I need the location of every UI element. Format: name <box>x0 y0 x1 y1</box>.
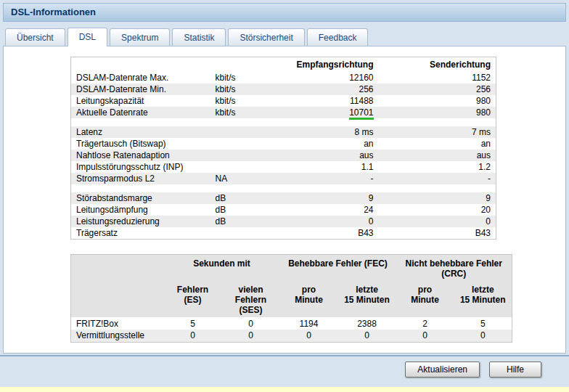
error-table-sub-header-row: Fehlern (ES) vielen Fehlern (SES) pro Mi… <box>71 281 512 317</box>
value-empfang: aus <box>287 150 379 161</box>
table-row: FRITZ!Box 5 0 1194 2388 2 5 <box>71 317 512 330</box>
dsl-table-header-row: Empfangsrichtung Senderichtung <box>71 57 496 73</box>
row-unit: dB <box>210 192 287 204</box>
empty-header-cell <box>210 57 287 73</box>
table-row: DSLAM-Datenrate Max. kbit/s 12160 1152 <box>71 72 496 83</box>
row-label: Leitungsdämpfung <box>71 204 210 216</box>
error-statistics-table: Sekunden mit Behebbare Fehler (FEC) Nich… <box>70 254 512 343</box>
row-unit: kbit/s <box>210 95 287 107</box>
row-label: Nahtlose Ratenadaption <box>71 150 210 161</box>
row-unit: kbit/s <box>210 83 287 95</box>
help-button[interactable]: Hilfe <box>489 362 541 377</box>
value-empfang: an <box>287 138 379 150</box>
value-senden: 9 <box>379 192 496 204</box>
sub-header-fec-15min: letzte 15 Minuten <box>338 281 396 317</box>
content-panel: Empfangsrichtung Senderichtung DSLAM-Dat… <box>3 46 566 354</box>
tab-dsl[interactable]: DSL <box>67 28 107 46</box>
row-label: DSLAM-Datenrate Max. <box>71 72 210 83</box>
value-empfang: 12160 <box>287 72 379 83</box>
cell-value: 0 <box>454 330 512 342</box>
row-label: Vermittlungsstelle <box>71 330 164 342</box>
cell-value: 0 <box>338 330 396 342</box>
sub-header-es: Fehlern (ES) <box>164 281 222 317</box>
row-unit: dB <box>210 216 287 227</box>
table-row: Leitungsdämpfung dB 24 20 <box>71 204 496 216</box>
value-senden: 1152 <box>379 72 496 83</box>
value-senden: 980 <box>379 107 496 118</box>
row-unit: kbit/s <box>210 72 287 83</box>
empty-header-cell <box>71 281 164 317</box>
table-row: Störabstandsmarge dB 9 9 <box>71 192 496 204</box>
refresh-button[interactable]: Aktualisieren <box>405 362 480 377</box>
row-unit <box>210 227 287 240</box>
sub-header-ses: vielen Fehlern (SES) <box>222 281 280 317</box>
cell-value: 2388 <box>338 317 396 330</box>
value-senden: 256 <box>379 83 496 95</box>
cell-value: 0 <box>222 317 280 330</box>
value-empfang-highlighted: 10701 <box>287 107 379 118</box>
cell-value: 0 <box>396 330 454 342</box>
row-label: Leistungsreduzierung <box>71 216 210 227</box>
sub-header-fec-pro-minute: pro Minute <box>280 281 338 317</box>
row-unit: NA <box>210 173 287 184</box>
value-senden: 20 <box>379 204 496 216</box>
row-label: DSLAM-Datenrate Min. <box>71 83 210 95</box>
tab-statistik[interactable]: Statistik <box>172 28 226 46</box>
empty-header-cell <box>71 57 210 73</box>
table-row: Nahtlose Ratenadaption aus aus <box>71 150 496 161</box>
button-bar: Aktualisieren Hilfe <box>0 356 569 377</box>
value-senden: 7 ms <box>379 126 496 138</box>
dsl-values-table: Empfangsrichtung Senderichtung DSLAM-Dat… <box>70 57 496 240</box>
row-label: FRITZ!Box <box>71 317 164 330</box>
cell-value: 2 <box>396 317 454 330</box>
value-empfang: B43 <box>287 227 379 240</box>
row-label: Trägertausch (Bitswap) <box>71 138 210 150</box>
error-table-group-header-row: Sekunden mit Behebbare Fehler (FEC) Nich… <box>71 255 512 282</box>
value-empfang: 24 <box>287 204 379 216</box>
table-row: Trägertausch (Bitswap) an an <box>71 138 496 150</box>
row-unit <box>210 161 287 173</box>
value-empfang: 8 ms <box>287 126 379 138</box>
value-empfang: 0 <box>287 216 379 227</box>
row-unit: dB <box>210 204 287 216</box>
table-row: Vermittlungsstelle 0 0 0 0 0 0 <box>71 330 512 342</box>
row-label: Leitungskapazität <box>71 95 210 107</box>
spacer-row <box>71 184 496 192</box>
tab-bar: Übersicht DSL Spektrum Statistik Störsic… <box>5 28 569 46</box>
row-label: Latenz <box>71 126 210 138</box>
value-empfang: 11488 <box>287 95 379 107</box>
value-empfang: 256 <box>287 83 379 95</box>
row-label: Impulsstörungsschutz (INP) <box>71 161 210 173</box>
table-row: Trägersatz B43 B43 <box>71 227 496 240</box>
table-row: Impulsstörungsschutz (INP) 1.1 1.2 <box>71 161 496 173</box>
tab-spektrum[interactable]: Spektrum <box>110 28 170 46</box>
column-header-empfangsrichtung: Empfangsrichtung <box>287 57 379 73</box>
group-header-crc: Nicht behebbare Fehler (CRC) <box>396 255 512 282</box>
value-senden: 980 <box>379 95 496 107</box>
table-row: Aktuelle Datenrate kbit/s 10701 980 <box>71 107 496 118</box>
table-row: DSLAM-Datenrate Min. kbit/s 256 256 <box>71 83 496 95</box>
row-unit <box>210 138 287 150</box>
value-senden: 0 <box>379 216 496 227</box>
tab-feedback[interactable]: Feedback <box>307 28 369 46</box>
tab-stoersicherheit[interactable]: Störsicherheit <box>228 28 304 46</box>
empty-header-cell <box>71 255 164 282</box>
value-empfang: 1.1 <box>287 161 379 173</box>
table-row: Leistungsreduzierung dB 0 0 <box>71 216 496 227</box>
cell-value: 0 <box>280 330 338 342</box>
tab-uebersicht[interactable]: Übersicht <box>5 28 65 46</box>
row-unit <box>210 150 287 161</box>
spacer-row <box>71 118 496 126</box>
row-unit: kbit/s <box>210 107 287 118</box>
cell-value: 1194 <box>280 317 338 330</box>
cell-value: 0 <box>164 330 222 342</box>
value-senden: aus <box>379 150 496 161</box>
cell-value: 5 <box>454 317 512 330</box>
cell-value: 5 <box>164 317 222 330</box>
row-unit <box>210 126 287 138</box>
sub-header-crc-pro-minute: pro Minute <box>396 281 454 317</box>
table-row: Leitungskapazität kbit/s 11488 980 <box>71 95 496 107</box>
column-header-senderichtung: Senderichtung <box>379 57 496 73</box>
row-label: Aktuelle Datenrate <box>71 107 210 118</box>
highlighted-value: 10701 <box>349 107 373 120</box>
